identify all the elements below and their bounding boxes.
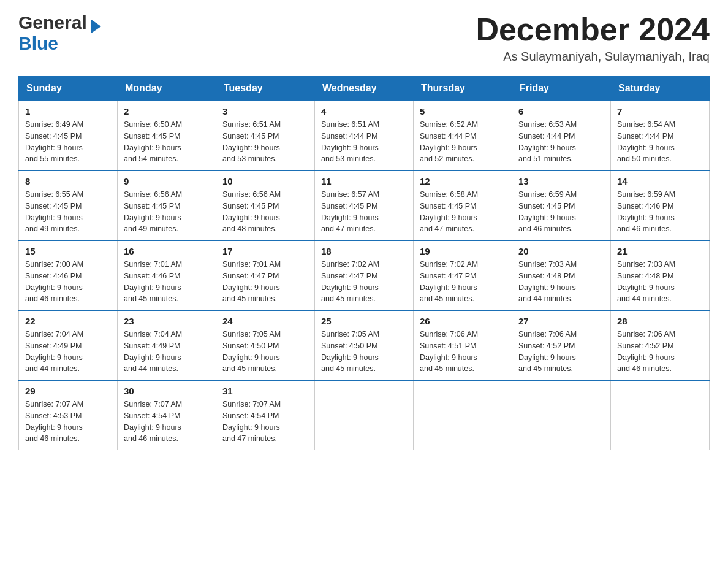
day-number: 21 [617,246,703,256]
day-number: 19 [420,246,506,256]
calendar-cell: 30 Sunrise: 7:07 AM Sunset: 4:54 PM Dayl… [118,380,216,450]
column-header-sunday: Sunday [19,77,118,101]
day-number: 25 [321,316,407,326]
calendar-cell: 24 Sunrise: 7:05 AM Sunset: 4:50 PM Dayl… [216,310,315,380]
day-number: 11 [321,176,407,186]
day-info: Sunrise: 6:53 AM Sunset: 4:44 PM Dayligh… [518,119,604,165]
day-info: Sunrise: 6:59 AM Sunset: 4:46 PM Dayligh… [617,189,703,235]
logo-arrow-icon [91,20,101,33]
day-number: 15 [25,246,111,256]
calendar-cell: 6 Sunrise: 6:53 AM Sunset: 4:44 PM Dayli… [512,101,611,170]
calendar-header: SundayMondayTuesdayWednesdayThursdayFrid… [19,77,710,101]
logo-general-text: General [18,12,101,33]
calendar-cell [414,380,512,450]
day-info: Sunrise: 7:03 AM Sunset: 4:48 PM Dayligh… [617,259,703,305]
logo: General Blue [18,12,101,54]
day-number: 13 [518,176,604,186]
day-number: 29 [25,386,111,396]
day-info: Sunrise: 6:58 AM Sunset: 4:45 PM Dayligh… [420,189,506,235]
day-number: 10 [222,176,308,186]
column-header-tuesday: Tuesday [216,77,315,101]
week-row-5: 29 Sunrise: 7:07 AM Sunset: 4:53 PM Dayl… [19,380,710,450]
day-info: Sunrise: 6:59 AM Sunset: 4:45 PM Dayligh… [518,189,604,235]
day-number: 20 [518,246,604,256]
day-info: Sunrise: 7:07 AM Sunset: 4:53 PM Dayligh… [25,399,111,445]
calendar-cell: 31 Sunrise: 7:07 AM Sunset: 4:54 PM Dayl… [216,380,315,450]
calendar-cell: 28 Sunrise: 7:06 AM Sunset: 4:52 PM Dayl… [611,310,710,380]
title-section: December 2024 As Sulaymaniyah, Sulaymani… [476,12,710,64]
location-subtitle: As Sulaymaniyah, Sulaymaniyah, Iraq [476,50,710,64]
week-row-1: 1 Sunrise: 6:49 AM Sunset: 4:45 PM Dayli… [19,101,710,170]
day-number: 18 [321,246,407,256]
day-number: 14 [617,176,703,186]
day-number: 24 [222,316,308,326]
day-info: Sunrise: 7:04 AM Sunset: 4:49 PM Dayligh… [25,329,111,375]
page-header: General Blue December 2024 As Sulaymaniy… [18,12,710,64]
day-info: Sunrise: 7:01 AM Sunset: 4:47 PM Dayligh… [222,259,308,305]
day-number: 3 [222,106,308,117]
day-info: Sunrise: 7:00 AM Sunset: 4:46 PM Dayligh… [25,259,111,305]
calendar-cell: 20 Sunrise: 7:03 AM Sunset: 4:48 PM Dayl… [512,240,611,310]
day-number: 30 [124,386,210,396]
calendar-cell: 12 Sunrise: 6:58 AM Sunset: 4:45 PM Dayl… [414,170,512,240]
calendar-cell: 7 Sunrise: 6:54 AM Sunset: 4:44 PM Dayli… [611,101,710,170]
day-info: Sunrise: 7:06 AM Sunset: 4:52 PM Dayligh… [617,329,703,375]
day-number: 1 [25,106,111,117]
calendar-cell: 15 Sunrise: 7:00 AM Sunset: 4:46 PM Dayl… [19,240,118,310]
day-number: 8 [25,176,111,186]
calendar-cell: 4 Sunrise: 6:51 AM Sunset: 4:44 PM Dayli… [315,101,414,170]
week-row-4: 22 Sunrise: 7:04 AM Sunset: 4:49 PM Dayl… [19,310,710,380]
calendar-cell: 18 Sunrise: 7:02 AM Sunset: 4:47 PM Dayl… [315,240,414,310]
week-row-2: 8 Sunrise: 6:55 AM Sunset: 4:45 PM Dayli… [19,170,710,240]
logo-blue-text: Blue [18,33,58,54]
column-header-wednesday: Wednesday [315,77,414,101]
day-info: Sunrise: 7:03 AM Sunset: 4:48 PM Dayligh… [518,259,604,305]
calendar-cell [315,380,414,450]
calendar-cell: 22 Sunrise: 7:04 AM Sunset: 4:49 PM Dayl… [19,310,118,380]
column-header-saturday: Saturday [611,77,710,101]
day-info: Sunrise: 7:07 AM Sunset: 4:54 PM Dayligh… [222,399,308,445]
day-number: 16 [124,246,210,256]
calendar-cell: 2 Sunrise: 6:50 AM Sunset: 4:45 PM Dayli… [118,101,216,170]
day-number: 7 [617,106,703,117]
calendar-cell [512,380,611,450]
month-title: December 2024 [476,12,710,47]
day-info: Sunrise: 6:56 AM Sunset: 4:45 PM Dayligh… [222,189,308,235]
calendar-cell: 23 Sunrise: 7:04 AM Sunset: 4:49 PM Dayl… [118,310,216,380]
day-info: Sunrise: 6:51 AM Sunset: 4:45 PM Dayligh… [222,119,308,165]
day-number: 4 [321,106,407,117]
calendar-cell: 8 Sunrise: 6:55 AM Sunset: 4:45 PM Dayli… [19,170,118,240]
column-header-monday: Monday [118,77,216,101]
day-info: Sunrise: 7:05 AM Sunset: 4:50 PM Dayligh… [222,329,308,375]
day-info: Sunrise: 7:06 AM Sunset: 4:52 PM Dayligh… [518,329,604,375]
day-number: 26 [420,316,506,326]
day-number: 9 [124,176,210,186]
day-number: 22 [25,316,111,326]
day-info: Sunrise: 6:56 AM Sunset: 4:45 PM Dayligh… [124,189,210,235]
calendar-cell: 27 Sunrise: 7:06 AM Sunset: 4:52 PM Dayl… [512,310,611,380]
day-info: Sunrise: 7:06 AM Sunset: 4:51 PM Dayligh… [420,329,506,375]
calendar-cell: 3 Sunrise: 6:51 AM Sunset: 4:45 PM Dayli… [216,101,315,170]
day-info: Sunrise: 7:04 AM Sunset: 4:49 PM Dayligh… [124,329,210,375]
calendar-cell: 9 Sunrise: 6:56 AM Sunset: 4:45 PM Dayli… [118,170,216,240]
day-number: 31 [222,386,308,396]
day-number: 28 [617,316,703,326]
column-header-friday: Friday [512,77,611,101]
day-info: Sunrise: 7:07 AM Sunset: 4:54 PM Dayligh… [124,399,210,445]
day-info: Sunrise: 6:51 AM Sunset: 4:44 PM Dayligh… [321,119,407,165]
calendar-cell: 5 Sunrise: 6:52 AM Sunset: 4:44 PM Dayli… [414,101,512,170]
day-number: 23 [124,316,210,326]
day-info: Sunrise: 7:05 AM Sunset: 4:50 PM Dayligh… [321,329,407,375]
day-number: 5 [420,106,506,117]
day-info: Sunrise: 7:02 AM Sunset: 4:47 PM Dayligh… [321,259,407,305]
calendar-cell: 19 Sunrise: 7:02 AM Sunset: 4:47 PM Dayl… [414,240,512,310]
calendar-cell: 17 Sunrise: 7:01 AM Sunset: 4:47 PM Dayl… [216,240,315,310]
day-info: Sunrise: 6:54 AM Sunset: 4:44 PM Dayligh… [617,119,703,165]
calendar-table: SundayMondayTuesdayWednesdayThursdayFrid… [18,76,710,450]
calendar-cell: 14 Sunrise: 6:59 AM Sunset: 4:46 PM Dayl… [611,170,710,240]
day-info: Sunrise: 6:52 AM Sunset: 4:44 PM Dayligh… [420,119,506,165]
calendar-cell: 1 Sunrise: 6:49 AM Sunset: 4:45 PM Dayli… [19,101,118,170]
day-info: Sunrise: 7:01 AM Sunset: 4:46 PM Dayligh… [124,259,210,305]
day-number: 27 [518,316,604,326]
week-row-3: 15 Sunrise: 7:00 AM Sunset: 4:46 PM Dayl… [19,240,710,310]
